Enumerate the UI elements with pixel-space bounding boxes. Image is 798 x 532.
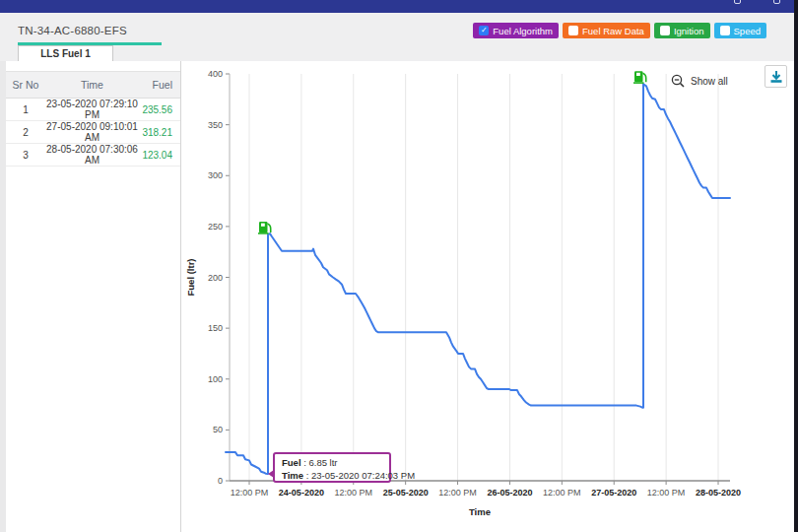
fuel-pump-icon[interactable] — [258, 222, 271, 234]
chart-tooltip: Fuel : 6.85 ltr Time : 23-05-2020 07:24:… — [273, 452, 391, 483]
download-icon — [769, 70, 783, 84]
y-tick-label: 350 — [208, 120, 223, 130]
legend-label: Speed — [734, 26, 761, 36]
x-tick-label: 12:00 PM — [231, 488, 269, 498]
tooltip-fuel-line: Fuel : 6.85 ltr — [282, 456, 382, 469]
checkbox-checked-icon[interactable]: ✓ — [479, 26, 489, 35]
fuel-events-table: Sr No Time Fuel 1 23-05-2020 07:29:10 PM… — [6, 61, 180, 524]
x-tick-label: 12:00 PM — [543, 488, 581, 498]
cell-srno: 3 — [6, 150, 45, 161]
fuel-chart-panel: 12:00 PM24-05-202012:00 PM25-05-202012:0… — [181, 61, 794, 524]
x-tick-label: 25-05-2020 — [383, 488, 429, 498]
zoom-out-icon — [671, 74, 686, 89]
y-axis-title: Fuel (ltr) — [185, 259, 196, 297]
cell-srno: 2 — [6, 127, 45, 138]
fuel-dashboard: TN-34-AC-6880-EFS ✓ Fuel Algorithm Fuel … — [0, 0, 798, 532]
y-tick-label: 400 — [208, 69, 223, 79]
x-tick-label: 24-05-2020 — [279, 488, 324, 498]
legend-label: Fuel Algorithm — [493, 26, 553, 36]
cell-fuel: 318.21 — [139, 127, 178, 138]
x-tick-label: 12:00 PM — [647, 488, 686, 498]
y-tick-label: 200 — [208, 273, 223, 283]
cell-fuel: 123.04 — [139, 150, 178, 161]
tab-lls-fuel-1[interactable]: LLS Fuel 1 — [18, 45, 113, 61]
tooltip-time-line: Time : 23-05-2020 07:24:03 PM — [282, 469, 382, 482]
column-header-time: Time — [45, 79, 139, 91]
cell-time: 27-05-2020 09:10:01 AM — [45, 121, 139, 143]
table-row[interactable]: 2 27-05-2020 09:10:01 AM 318.21 — [6, 121, 180, 144]
y-tick-label: 250 — [208, 222, 223, 232]
column-header-srno: Sr No — [6, 79, 45, 91]
legend-fuel-raw-data-button[interactable]: Fuel Raw Data — [563, 23, 650, 38]
x-axis-title: Time — [469, 506, 491, 517]
table-row[interactable]: 1 23-05-2020 07:29:10 PM 235.56 — [6, 99, 180, 121]
legend-label: Fuel Raw Data — [582, 26, 644, 36]
table-header-row: Sr No Time Fuel — [6, 71, 180, 99]
user-icon[interactable] — [773, 0, 780, 4]
vehicle-title: TN-34-AC-6880-EFS — [18, 25, 127, 36]
show-all-control[interactable]: Show all — [671, 74, 728, 89]
download-chart-button[interactable] — [765, 65, 787, 88]
x-tick-label: 27-05-2020 — [591, 488, 636, 498]
y-tick-label: 50 — [213, 425, 223, 434]
tooltip-pointer — [268, 470, 274, 478]
top-navbar — [0, 0, 794, 13]
checkbox-icon[interactable] — [660, 26, 670, 35]
window-right-border — [794, 0, 798, 532]
column-header-fuel: Fuel — [139, 79, 178, 91]
header-band: TN-34-AC-6880-EFS ✓ Fuel Algorithm Fuel … — [0, 13, 794, 61]
cell-time: 23-05-2020 07:29:10 PM — [45, 99, 139, 120]
legend-speed-button[interactable]: Speed — [714, 23, 766, 38]
x-tick-label: 26-05-2020 — [487, 488, 532, 498]
x-tick-label: 12:00 PM — [335, 488, 373, 498]
y-tick-label: 100 — [208, 374, 223, 384]
y-tick-label: 150 — [208, 323, 223, 333]
fuel-pump-icon[interactable] — [633, 71, 646, 84]
legend-buttons: ✓ Fuel Algorithm Fuel Raw Data Ignition … — [473, 23, 766, 38]
checkbox-icon[interactable] — [720, 26, 730, 35]
checkbox-icon[interactable] — [568, 26, 578, 35]
x-tick-label: 28-05-2020 — [696, 488, 741, 498]
legend-fuel-algorithm-button[interactable]: ✓ Fuel Algorithm — [473, 23, 559, 38]
legend-ignition-button[interactable]: Ignition — [654, 23, 710, 38]
legend-label: Ignition — [674, 26, 704, 36]
bell-icon[interactable] — [734, 0, 741, 4]
y-tick-label: 0 — [218, 476, 223, 486]
y-tick-label: 300 — [208, 170, 223, 180]
cell-fuel: 235.56 — [139, 104, 178, 115]
x-tick-label: 12:00 PM — [438, 488, 477, 498]
cell-srno: 1 — [6, 104, 45, 115]
table-row[interactable]: 3 28-05-2020 07:30:06 AM 123.04 — [6, 144, 180, 166]
cell-time: 28-05-2020 07:30:06 AM — [45, 144, 139, 166]
show-all-label: Show all — [691, 76, 728, 87]
tab-label: LLS Fuel 1 — [40, 48, 91, 59]
